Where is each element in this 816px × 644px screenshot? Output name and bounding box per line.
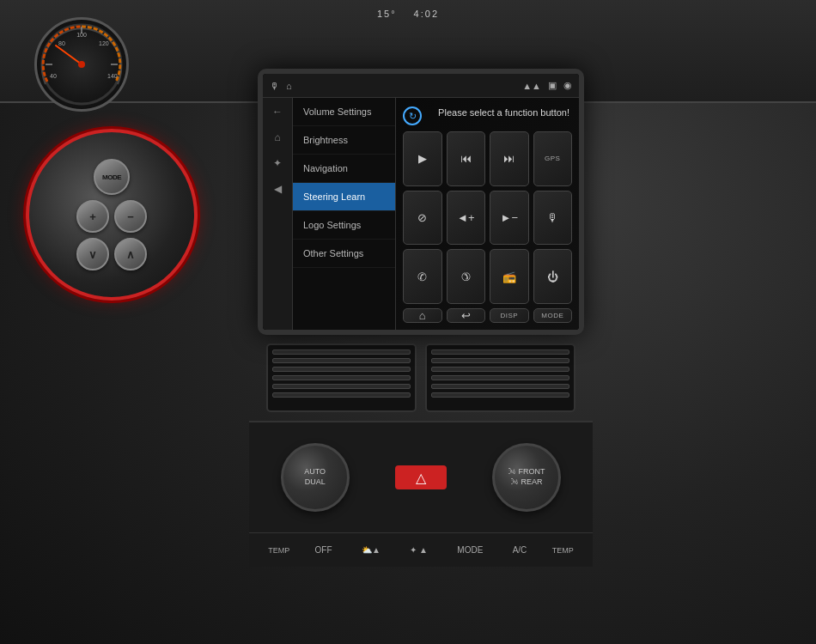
settings-panel: Volume Settings Brightness Navigation St…: [293, 98, 396, 330]
speedometer-circle: 40 80 100 120 140: [34, 17, 129, 112]
climate-mode-button[interactable]: MODE: [453, 543, 487, 557]
steering-controls: MODE + − ∨ ∧: [76, 159, 147, 270]
fn-radio-button[interactable]: 📻: [490, 249, 529, 304]
prev-menu-icon[interactable]: ◀: [268, 179, 287, 198]
climate-defroster-button[interactable]: ⛅▲: [357, 543, 385, 557]
fn-prev-track-button[interactable]: ⏮: [447, 131, 486, 186]
steering-plus-button[interactable]: +: [76, 200, 109, 233]
climate-fan-button[interactable]: ✦ ▲: [405, 543, 432, 557]
hangup-icon: ✆: [458, 269, 473, 284]
settings-brightness[interactable]: Brightness: [293, 126, 395, 155]
refresh-icon[interactable]: ↻: [403, 106, 422, 125]
vent-slat: [272, 384, 411, 389]
fn-mode-button[interactable]: MODE: [533, 308, 573, 323]
fn-next-track-button[interactable]: ⏭: [490, 131, 529, 186]
menu-left-bar: ← ⌂ ✦ ◀: [263, 98, 293, 330]
power-icon: ⏻: [547, 270, 558, 283]
function-header-row: ↻ Please select a function button!: [403, 105, 572, 127]
settings-volume[interactable]: Volume Settings: [293, 98, 395, 126]
back-icon: ⌂: [286, 81, 292, 91]
android-icon: ◉: [563, 80, 572, 91]
fn-disp-button[interactable]: DISP: [490, 308, 529, 323]
left-knob-dual-label: DUAL: [305, 477, 326, 488]
left-knob-auto-label: AUTO: [304, 467, 326, 477]
climate-off-button[interactable]: OFF: [311, 543, 337, 557]
climate-ac-button[interactable]: A/C: [508, 543, 532, 557]
car-interior: 40 80 100 120 140 15° 4:02 MODE: [0, 0, 816, 644]
climate-center-controls: △: [395, 465, 447, 489]
mic-icon: 🎙: [270, 81, 279, 91]
hazard-button[interactable]: △: [395, 465, 447, 489]
topbar-left-icons: 🎙 ⌂: [270, 81, 292, 91]
mode-label: MODE: [541, 312, 563, 319]
svg-text:80: 80: [58, 40, 65, 46]
svg-text:140: 140: [107, 73, 118, 79]
fn-vol-up-button[interactable]: ◄+: [447, 191, 486, 246]
climate-bottom-row: TEMP OFF ⛅▲ ✦ ▲ MODE A/C TEMP: [249, 532, 593, 567]
radio-icon: 📻: [502, 270, 516, 283]
steering-mode-button[interactable]: MODE: [94, 159, 130, 195]
fn-gps-button[interactable]: GPS: [533, 131, 573, 186]
rear-label: 🌬: [511, 477, 521, 486]
function-button-grid: ▶ ⏮ ⏭ GPS ⊘: [403, 131, 572, 323]
head-unit: 🎙 ⌂ ▲▲ ▣ ◉ ← ⌂ ✦ ◀: [258, 69, 584, 335]
hazard-icon: △: [416, 470, 426, 486]
steering-wheel-callout: MODE + − ∨ ∧: [26, 129, 198, 301]
fn-power-button[interactable]: ⏻: [533, 249, 573, 304]
screen: 🎙 ⌂ ▲▲ ▣ ◉ ← ⌂ ✦ ◀: [263, 74, 579, 330]
temperature-display: 15°: [377, 9, 397, 19]
temp-label-left: TEMP: [268, 546, 289, 555]
settings-steering[interactable]: Steering Learn: [293, 183, 395, 211]
function-prompt: Please select a function button!: [435, 105, 572, 120]
microphone-icon: 🎙: [547, 211, 558, 224]
left-vent: [266, 343, 417, 412]
home-menu-icon[interactable]: ⌂: [268, 128, 287, 147]
right-knob-front-label: 🌬 FRONT: [508, 467, 545, 477]
topbar-right-icons: ▲▲ ▣ ◉: [522, 80, 572, 91]
vol-down-icon: ►−: [501, 211, 518, 224]
play-icon: ▶: [418, 152, 427, 165]
steering-down-button[interactable]: ∨: [76, 238, 109, 270]
speedometer: 40 80 100 120 140: [34, 17, 129, 112]
fn-vol-down-button[interactable]: ►−: [490, 191, 529, 246]
vents-area: [266, 343, 575, 412]
fn-back-button[interactable]: ↩: [447, 308, 486, 323]
vent-slat: [431, 358, 569, 363]
next-track-icon: ⏭: [503, 152, 515, 165]
left-climate-knob[interactable]: AUTO DUAL: [281, 443, 350, 512]
signal-icon: ▲▲: [522, 81, 541, 91]
right-climate-knob[interactable]: 🌬 FRONT 🌬 REAR: [492, 443, 561, 512]
fn-mic-button[interactable]: 🎙: [533, 191, 573, 246]
prev-track-icon: ⏮: [460, 152, 472, 165]
settings-navigation[interactable]: Navigation: [293, 155, 395, 183]
right-vent: [425, 343, 575, 412]
back-menu-icon[interactable]: ←: [268, 102, 287, 121]
steering-up-button[interactable]: ∧: [114, 238, 147, 270]
time-display: 4:02: [414, 9, 439, 19]
vol-up-icon: ◄+: [457, 211, 474, 224]
fn-mute-button[interactable]: ⊘: [403, 191, 442, 246]
home-icon: ⌂: [419, 309, 426, 322]
vent-slat: [272, 349, 411, 355]
vent-slat: [431, 384, 569, 389]
svg-line-9: [56, 46, 82, 64]
climate-controls: AUTO DUAL △ 🌬 FRONT 🌬 REAR: [249, 421, 593, 532]
vent-slat: [431, 375, 569, 380]
settings-other[interactable]: Other Settings: [293, 240, 395, 268]
steering-minus-button[interactable]: −: [114, 200, 147, 233]
right-knob-rear-label: 🌬 REAR: [511, 477, 543, 488]
steering-row-bottom: ∨ ∧: [76, 238, 147, 270]
fn-call-button[interactable]: ✆: [403, 249, 442, 304]
vent-slat: [272, 367, 411, 372]
svg-text:120: 120: [99, 40, 109, 46]
fn-home-button[interactable]: ⌂: [403, 308, 442, 323]
front-label: 🌬: [508, 467, 519, 476]
call-icon: ✆: [417, 270, 427, 283]
fn-play-button[interactable]: ▶: [403, 131, 442, 186]
svg-text:100: 100: [76, 32, 87, 38]
fn-hangup-button[interactable]: ✆: [447, 249, 486, 304]
settings-logo[interactable]: Logo Settings: [293, 211, 395, 240]
screen-main: ← ⌂ ✦ ◀ Volume Settings Brightness Navig…: [263, 98, 579, 330]
function-panel: ↻ Please select a function button! ▶ ⏮ ⏭: [396, 98, 579, 330]
apps-menu-icon[interactable]: ✦: [268, 154, 287, 173]
